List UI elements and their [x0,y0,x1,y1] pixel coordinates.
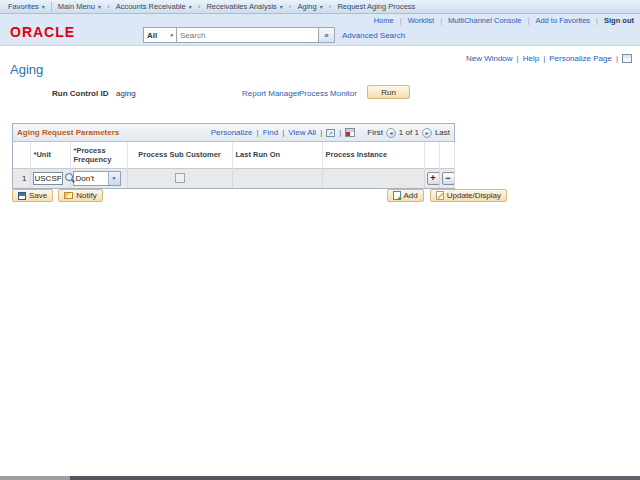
link-separator: | [257,128,259,137]
process-frequency-select[interactable]: Don't ▼ [73,171,121,186]
chevron-down-icon: ▾ [280,3,283,10]
link-separator: | [320,128,322,137]
last-run-on-cell [232,168,322,188]
notify-label: Notify [76,191,96,200]
grid-pager: First ◄ 1 of 1 ► Last [367,128,450,138]
run-button[interactable]: Run [367,85,410,99]
breadcrumb-label: Main Menu [58,2,95,11]
header-links: Home | Worklist | MultiChannel Console |… [374,16,634,25]
row-number: 1 [13,168,30,188]
new-window-link[interactable]: New Window [466,54,513,63]
add-label: Add [404,191,418,200]
chevron-down-icon: ▾ [170,32,173,38]
column-header-last-run-on: Last Run On [232,142,322,168]
save-label: Save [29,191,47,200]
link-separator: | [517,54,519,63]
breadcrumb-label: Aging [298,2,317,11]
process-monitor-link[interactable]: Process Monitor [299,89,357,98]
process-sub-customer-checkbox[interactable] [175,173,185,183]
find-link[interactable]: Find [263,128,279,137]
search-bar: All ▾ » Advanced Search [143,27,405,43]
notify-button[interactable]: Notify [58,189,102,202]
advanced-search-link[interactable]: Advanced Search [342,31,405,40]
help-link[interactable]: Help [523,54,539,63]
process-sub-customer-cell [127,168,232,188]
delete-row-button[interactable]: − [442,172,455,185]
chevron-down-icon: ▼ [108,172,120,185]
breadcrumb-item-accounts-receivable[interactable]: Accounts Receivable ▾ [116,2,192,11]
search-go-button[interactable]: » [319,27,335,43]
grid-title: Aging Request Parameters [17,128,119,137]
pager-first-label[interactable]: First [367,128,383,137]
breadcrumb-favorites-menu[interactable]: Favorites ▾ [8,2,45,11]
breadcrumb-item-aging[interactable]: Aging ▾ [298,2,323,11]
link-separator: | [527,16,529,25]
breadcrumb-label: Request Aging Process [337,2,415,11]
taskbar-edge [0,476,640,480]
breadcrumb-item-receivables-analysis[interactable]: Receivables Analysis ▾ [206,2,282,11]
breadcrumb-item-request-aging-process: Request Aging Process [337,2,415,11]
worklist-link[interactable]: Worklist [408,16,435,25]
breadcrumb-main-menu[interactable]: Main Menu ▾ [58,2,101,11]
link-separator: | [543,54,545,63]
delete-row-column-header [439,142,454,168]
add-button[interactable]: Add [387,189,424,202]
update-display-button[interactable]: Update/Display [430,189,507,202]
search-input[interactable] [177,27,319,43]
footer-toolbar-left: Save Notify [12,189,103,202]
view-all-link[interactable]: View All [288,128,316,137]
run-control-id-value: aging [116,89,136,98]
personalize-link[interactable]: Personalize [211,128,253,137]
save-icon [18,192,26,200]
search-scope-value: All [147,31,157,40]
chevron-down-icon: ▾ [320,3,323,10]
footer-toolbar-right: Add Update/Display [387,189,507,202]
unit-cell [30,168,70,188]
add-row-column-header [424,142,439,168]
grid-header-row: *Unit *Process Frequency Process Sub Cus… [13,142,454,168]
column-header-unit: *Unit [30,142,70,168]
unit-input[interactable] [33,172,63,185]
breadcrumb: Favorites ▾ Main Menu ▾ › Accounts Recei… [0,0,640,14]
breadcrumb-divider [51,2,52,11]
report-manager-link[interactable]: Report Manager [242,89,300,98]
link-separator: | [400,16,402,25]
personalize-page-link[interactable]: Personalize Page [549,54,612,63]
chevron-down-icon: ▾ [98,3,101,10]
multichannel-console-link[interactable]: MultiChannel Console [448,16,521,25]
link-separator: | [282,128,284,137]
process-frequency-value: Don't [74,174,108,183]
oracle-logo: ORACLE [10,24,75,40]
page-action-links: New Window | Help | Personalize Page | [466,54,632,63]
copy-url-icon[interactable] [622,54,632,63]
lookup-magnifier-icon[interactable] [64,172,68,184]
download-to-excel-icon[interactable] [345,128,355,137]
run-control-row: Run Control ID aging Report Manager Proc… [0,87,640,101]
save-button[interactable]: Save [12,189,53,202]
row-number-header [13,142,30,168]
breadcrumb-chevron-icon: › [329,2,332,11]
pager-last-label[interactable]: Last [435,128,450,137]
pager-next-icon[interactable]: ► [422,128,432,138]
add-to-favorites-link[interactable]: Add to Favorites [535,16,590,25]
pager-position: 1 of 1 [399,128,419,137]
add-row-button[interactable]: + [427,172,440,185]
column-header-process-instance: Process Instance [322,142,424,168]
link-separator: | [616,54,618,63]
link-separator: | [440,16,442,25]
grid-popup-icon[interactable]: ↗ [326,129,335,137]
table-row: 1 Don't ▼ + − [13,168,454,188]
sign-out-link[interactable]: Sign out [604,16,634,25]
process-frequency-cell: Don't ▼ [70,168,127,188]
run-control-id-label: Run Control ID [52,89,108,98]
breadcrumb-chevron-icon: › [107,2,110,11]
home-link[interactable]: Home [374,16,394,25]
update-display-icon [436,191,444,200]
add-icon [393,191,401,200]
pager-previous-icon[interactable]: ◄ [386,128,396,138]
grid-title-bar: Aging Request Parameters Personalize | F… [13,124,454,142]
column-header-process-sub-customer: Process Sub Customer [127,142,232,168]
page-title: Aging [10,62,43,77]
search-scope-dropdown[interactable]: All ▾ [143,27,177,43]
notify-icon [64,192,73,199]
